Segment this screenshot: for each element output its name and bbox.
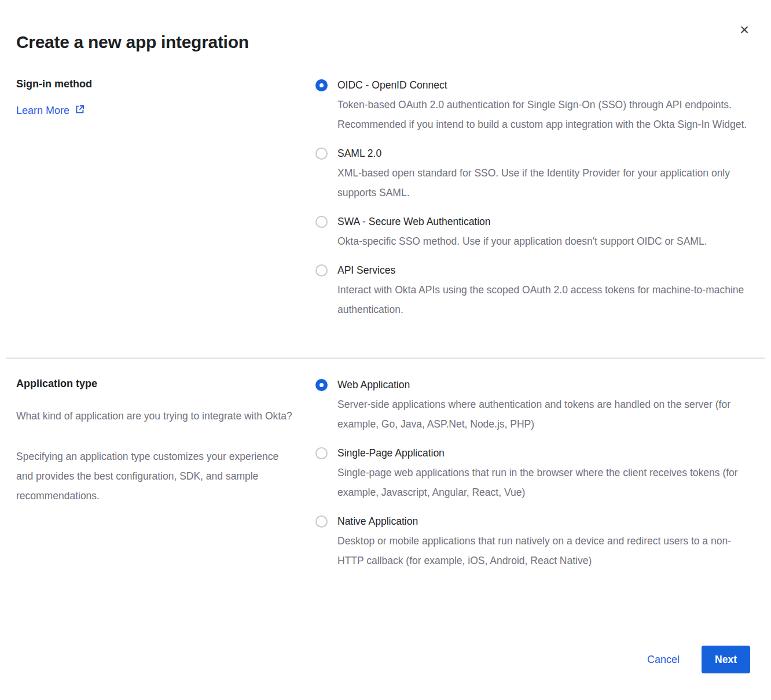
close-icon: ✕ [739,23,750,36]
option-label: Native Application [337,511,750,531]
signin-method-options: OIDC - OpenID Connect Token-based OAuth … [315,75,750,329]
option-description: Interact with Okta APIs using the scoped… [337,280,750,319]
option-description: XML-based open standard for SSO. Use if … [337,163,750,202]
application-type-helper-2: Specifying an application type customize… [16,447,294,506]
radio-unselected-icon[interactable] [315,216,328,228]
radio-unselected-icon[interactable] [315,515,328,528]
close-button[interactable]: ✕ [735,21,754,39]
radio-option-oidc[interactable]: OIDC - OpenID Connect Token-based OAuth … [315,75,750,134]
option-label: SAML 2.0 [337,143,750,163]
cancel-button[interactable]: Cancel [647,654,680,666]
option-description: Token-based OAuth 2.0 authentication for… [337,95,750,134]
radio-unselected-icon[interactable] [315,447,328,459]
next-button[interactable]: Next [702,646,750,673]
option-description: Okta-specific SSO method. Use if your ap… [337,231,707,251]
radio-selected-icon[interactable] [315,379,328,391]
dialog-title: Create a new app integration [0,0,771,52]
radio-option-swa[interactable]: SWA - Secure Web Authentication Okta-spe… [315,212,750,251]
radio-option-api-services[interactable]: API Services Interact with Okta APIs usi… [315,260,750,319]
option-description: Server-side applications where authentic… [337,395,750,434]
option-label: API Services [337,260,750,280]
learn-more-link[interactable]: Learn More [16,104,85,117]
application-type-section: Application type What kind of applicatio… [0,375,771,580]
application-type-heading: Application type [16,375,304,392]
external-link-icon [75,104,85,117]
application-type-helper-1: What kind of application are you trying … [16,406,294,426]
radio-unselected-icon[interactable] [315,264,328,277]
create-app-integration-dialog: ✕ Create a new app integration Sign-in m… [0,0,771,700]
application-type-left-column: Application type What kind of applicatio… [16,375,315,506]
dialog-footer: Cancel Next [647,646,750,673]
application-type-options: Web Application Server-side applications… [315,375,750,580]
signin-method-left-column: Sign-in method Learn More [16,75,315,117]
radio-selected-icon[interactable] [315,79,328,91]
radio-option-saml[interactable]: SAML 2.0 XML-based open standard for SSO… [315,143,750,202]
option-label: Web Application [337,375,750,395]
option-label: OIDC - OpenID Connect [337,75,750,95]
radio-option-web-application[interactable]: Web Application Server-side applications… [315,375,750,434]
signin-method-section: Sign-in method Learn More OIDC - OpenID … [0,75,771,329]
signin-method-heading: Sign-in method [16,75,304,93]
section-divider [6,358,765,359]
learn-more-label: Learn More [16,105,69,117]
radio-unselected-icon[interactable] [315,148,328,160]
option-description: Desktop or mobile applications that run … [337,531,750,570]
radio-option-single-page-application[interactable]: Single-Page Application Single-page web … [315,443,750,502]
option-label: SWA - Secure Web Authentication [337,212,707,231]
option-label: Single-Page Application [337,443,750,463]
radio-option-native-application[interactable]: Native Application Desktop or mobile app… [315,511,750,570]
option-description: Single-page web applications that run in… [337,463,750,502]
